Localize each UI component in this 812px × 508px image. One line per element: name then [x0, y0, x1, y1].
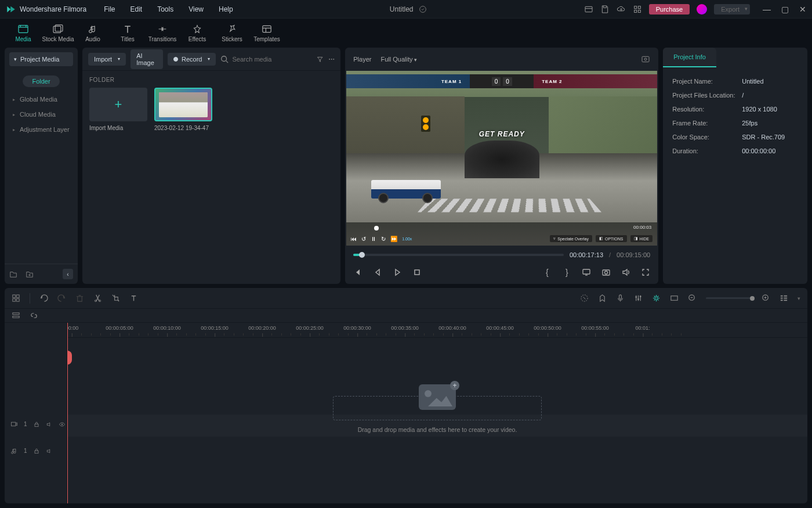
display-icon[interactable] — [582, 268, 591, 277]
voiceover-icon[interactable] — [616, 294, 625, 302]
crop-icon[interactable] — [111, 294, 120, 302]
audio-mixer-icon[interactable] — [634, 294, 643, 302]
ai-image-button[interactable]: AI Image — [130, 49, 163, 69]
svg-rect-48 — [13, 313, 19, 315]
quality-dropdown[interactable]: Full Quality — [380, 56, 417, 63]
menu-file[interactable]: File — [104, 5, 115, 13]
project-media-dropdown[interactable]: Project Media — [9, 52, 73, 66]
tree-cloud-media[interactable]: Cloud Media — [5, 107, 78, 122]
filter-icon[interactable] — [317, 55, 323, 63]
import-dropdown[interactable]: Import — [88, 53, 126, 66]
tab-stickers[interactable]: Stickers — [215, 19, 249, 48]
minimize-icon[interactable]: — — [763, 5, 771, 14]
track-lock-icon[interactable] — [33, 448, 40, 455]
stop-icon[interactable] — [412, 268, 422, 277]
undo-icon[interactable] — [39, 294, 48, 302]
split-icon[interactable] — [93, 294, 102, 302]
play-backward-icon[interactable] — [373, 268, 382, 277]
prev-frame-icon[interactable] — [353, 268, 362, 277]
tab-audio[interactable]: Audio — [75, 19, 110, 48]
main-menu: File Edit Tools View Help — [104, 5, 233, 13]
timeline-ruler[interactable]: 00:0000:00:05:0000:00:10:0000:00:15:0000… — [67, 323, 807, 338]
zoom-slider[interactable] — [706, 297, 752, 299]
layout-icon[interactable] — [584, 5, 593, 14]
tab-stock-media[interactable]: Stock Media — [41, 19, 75, 48]
tab-effects[interactable]: Effects — [180, 19, 215, 48]
tl-grid-icon[interactable] — [12, 294, 20, 302]
user-avatar[interactable] — [697, 4, 707, 15]
plus-icon: + — [115, 97, 122, 112]
menu-edit[interactable]: Edit — [130, 5, 143, 13]
new-bin-icon[interactable] — [9, 270, 17, 278]
svg-rect-46 — [784, 298, 788, 299]
maximize-icon[interactable]: ▢ — [781, 5, 789, 14]
playhead[interactable] — [67, 323, 68, 503]
track-manage-icon[interactable] — [12, 311, 20, 320]
svg-line-14 — [226, 60, 229, 63]
fullscreen-icon[interactable] — [641, 268, 650, 277]
tl-view-caret[interactable]: ▾ — [798, 296, 800, 301]
volume-icon[interactable] — [621, 268, 630, 277]
save-icon[interactable] — [600, 5, 610, 14]
player-scrubber[interactable] — [353, 254, 564, 256]
redo-icon[interactable] — [57, 294, 66, 302]
project-info-tab[interactable]: Project Info — [663, 48, 716, 67]
tab-media[interactable]: Media — [6, 19, 41, 48]
menu-help[interactable]: Help — [219, 5, 233, 13]
aspect-icon[interactable] — [670, 294, 679, 302]
time-current: 00:00:17:13 — [570, 251, 603, 258]
import-media-tile[interactable]: + Import Media — [89, 88, 147, 131]
menu-view[interactable]: View — [188, 5, 204, 13]
tab-titles[interactable]: Titles — [110, 19, 145, 48]
close-icon[interactable]: ✕ — [799, 5, 806, 14]
more-icon[interactable] — [328, 55, 335, 63]
tree-global-media[interactable]: Global Media — [5, 92, 78, 107]
tree-adjustment-layer[interactable]: Adjustment Layer — [5, 122, 78, 137]
grid-apps-icon[interactable] — [633, 5, 642, 14]
delete-icon[interactable] — [75, 294, 84, 302]
mark-in-icon[interactable]: { — [542, 268, 552, 277]
svg-rect-10 — [263, 26, 271, 32]
purchase-button[interactable]: Purchase — [649, 4, 690, 15]
svg-rect-27 — [13, 298, 16, 301]
tl-view-icon[interactable] — [780, 294, 788, 302]
svg-point-16 — [331, 59, 332, 60]
track-mute-icon[interactable] — [46, 421, 53, 428]
drop-zone[interactable]: + Drag and drop media and effects here t… — [183, 381, 691, 433]
svg-rect-3 — [634, 6, 636, 8]
zoom-out-icon[interactable] — [688, 294, 697, 302]
render-icon[interactable] — [652, 294, 661, 302]
svg-rect-32 — [619, 295, 622, 300]
menu-tools[interactable]: Tools — [157, 5, 173, 13]
folder-pill[interactable]: Folder — [23, 75, 59, 87]
track-visible-icon[interactable] — [59, 421, 66, 428]
snapshot-settings-icon[interactable] — [641, 55, 650, 64]
player-panel: Player Full Quality TEAM 1 00 TEAM 2 GET… — [345, 48, 658, 284]
timeline-tracks[interactable]: 00:0000:00:05:0000:00:10:0000:00:15:0000… — [67, 323, 807, 503]
mark-out-icon[interactable]: } — [562, 268, 571, 277]
new-folder-icon[interactable] — [26, 270, 34, 278]
link-icon[interactable] — [30, 311, 38, 320]
tab-templates[interactable]: Templates — [249, 19, 284, 48]
text-icon[interactable] — [129, 294, 138, 302]
play-icon[interactable] — [393, 268, 402, 277]
tab-transitions[interactable]: Transitions — [145, 19, 180, 48]
hud-get-ready: GET READY — [479, 130, 525, 138]
collapse-sidebar-button[interactable]: ‹ — [63, 269, 73, 279]
speed-icon[interactable] — [580, 294, 589, 302]
marker-icon[interactable] — [598, 294, 607, 302]
zoom-in-icon[interactable] — [762, 294, 770, 302]
cloud-sync-icon[interactable] — [418, 5, 427, 14]
search-input[interactable] — [232, 56, 312, 63]
audio-track-icon — [10, 447, 18, 455]
search-icon — [220, 55, 229, 63]
track-mute-icon[interactable] — [46, 448, 53, 455]
preview-viewport[interactable]: TEAM 1 00 TEAM 2 GET READY ⏮ — [346, 71, 657, 246]
track-lock-icon[interactable] — [33, 421, 40, 428]
record-dropdown[interactable]: Record — [168, 53, 216, 66]
snapshot-icon[interactable] — [601, 268, 611, 277]
media-clip-tile[interactable]: 2023-02-12 19-34-47 — [154, 88, 212, 131]
export-button[interactable]: Export — [714, 4, 750, 15]
cloud-upload-icon[interactable] — [617, 5, 626, 14]
svg-rect-50 — [12, 422, 16, 426]
